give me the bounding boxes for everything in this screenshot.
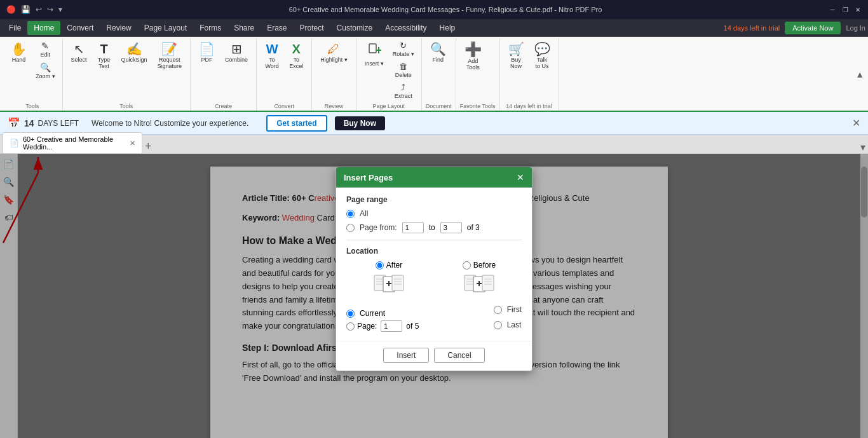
get-started-button[interactable]: Get started (266, 115, 327, 132)
pdf-button[interactable]: 📄 PDF (194, 39, 219, 66)
cancel-btn[interactable]: Cancel (434, 348, 484, 363)
menu-share[interactable]: Share (227, 21, 261, 35)
to-excel-button[interactable]: X ToExcel (285, 39, 308, 72)
current-first-last-section: Current Page: of 5 (346, 305, 522, 333)
convert-group-label: Convert (261, 101, 308, 109)
last-label[interactable]: Last (507, 320, 522, 329)
all-label[interactable]: All (360, 209, 368, 218)
ribbon: ✋ Hand ✎ Edit 🔍 Zoom ▾ Tools ↖ Select (0, 37, 868, 112)
customize-icon[interactable]: ▾ (57, 4, 64, 15)
page-from-input[interactable] (402, 222, 424, 233)
menu-bar: File Home Convert Review Page Layout For… (0, 19, 868, 37)
last-radio-row: Last (494, 320, 522, 329)
restore-btn[interactable]: ❐ (840, 4, 850, 15)
before-option: Before (437, 261, 522, 300)
title-bar-left-icons: 🔴 💾 ↩ ↪ ▾ (5, 4, 64, 15)
page-from-label[interactable]: Page from: (360, 223, 397, 232)
menu-review[interactable]: Review (100, 21, 137, 35)
menu-accessibility[interactable]: Accessibility (379, 21, 433, 35)
menu-protect[interactable]: Protect (294, 21, 330, 35)
close-notif-icon[interactable]: ✕ (852, 117, 860, 129)
insert-button[interactable]: Insert ▾ (360, 39, 388, 70)
current-radio[interactable] (346, 310, 355, 318)
menu-home[interactable]: Home (27, 21, 60, 35)
talk-to-us-button[interactable]: 💬 Talkto Us (530, 39, 555, 72)
insert-btn[interactable]: Insert (383, 348, 429, 363)
all-radio-row: All (346, 209, 522, 218)
after-label[interactable]: After (386, 261, 402, 270)
page-number-input[interactable] (381, 320, 402, 332)
menu-erase[interactable]: Erase (261, 21, 293, 35)
highlight-icon: 🖊 (327, 43, 340, 55)
undo-icon[interactable]: ↩ (34, 4, 43, 15)
menu-page-layout[interactable]: Page Layout (138, 21, 193, 35)
trial-bar: 14 days left in trial Activate Now Log I… (724, 22, 865, 34)
page-to-input[interactable] (440, 222, 462, 233)
talk-to-us-label: Talkto Us (536, 57, 549, 69)
ribbon-buttons-pagelayout: Insert ▾ ↻ Rotate ▾ 🗑 Delete ⤴ Extract (360, 39, 417, 101)
menu-customize[interactable]: Customize (330, 21, 379, 35)
add-tools-button[interactable]: ➕ AddTools (460, 39, 486, 74)
buy-now-ribbon-button[interactable]: 🛒 BuyNow (504, 39, 529, 72)
more-tabs-btn[interactable]: ▾ (860, 141, 865, 153)
highlight-button[interactable]: 🖊 Highlight ▾ (316, 39, 352, 66)
dialog-overlay: Insert Pages ✕ Page range All Page from:… (0, 154, 868, 438)
to-word-label: ToWord (265, 57, 278, 69)
before-label[interactable]: Before (473, 261, 496, 270)
rotate-button[interactable]: ↻ Rotate ▾ (390, 39, 417, 59)
to-excel-label: ToExcel (289, 57, 303, 69)
edit-tool-button[interactable]: ✎ Edit (32, 39, 58, 60)
combine-button[interactable]: ⊞ Combine (220, 39, 252, 66)
last-radio[interactable] (494, 321, 502, 329)
extract-icon: ⤴ (401, 83, 405, 92)
extract-button[interactable]: ⤴ Extract (390, 81, 417, 101)
quicksign-button[interactable]: ✍ QuickSign (117, 39, 152, 66)
document-tab[interactable]: 📄 60+ Creative and Memorable Weddin... ✕ (3, 132, 142, 153)
before-radio[interactable] (463, 261, 471, 270)
insert-pages-dialog: Insert Pages ✕ Page range All Page from:… (336, 167, 532, 371)
add-tab-btn[interactable]: + (145, 140, 152, 153)
minimize-btn[interactable]: ─ (827, 4, 837, 15)
close-btn[interactable]: ✕ (853, 4, 863, 15)
menu-file[interactable]: File (3, 21, 27, 35)
menu-help[interactable]: Help (433, 21, 462, 35)
menu-convert[interactable]: Convert (60, 21, 100, 35)
activate-now-button[interactable]: Activate Now (785, 22, 841, 34)
type-text-label: TypeText (98, 57, 111, 69)
page-from-radio[interactable] (346, 224, 355, 232)
location-grid: After (346, 261, 522, 300)
after-option: After (346, 261, 431, 300)
request-signature-button[interactable]: 📝 RequestSignature (153, 39, 187, 72)
delete-button[interactable]: 🗑 Delete (390, 60, 417, 80)
current-label[interactable]: Current (360, 309, 385, 318)
dialog-close-btn[interactable]: ✕ (517, 172, 524, 182)
hand-tool-button[interactable]: ✋ Hand (6, 39, 31, 66)
quicksign-icon: ✍ (126, 43, 142, 55)
login-link[interactable]: Log In (846, 24, 865, 32)
redo-icon[interactable]: ↪ (46, 4, 55, 15)
find-button[interactable]: 🔍 Find (426, 39, 451, 66)
zoom-tool-button[interactable]: 🔍 Zoom ▾ (32, 61, 58, 81)
first-radio[interactable] (494, 306, 502, 314)
first-label[interactable]: First (507, 305, 522, 314)
after-radio-row: After (376, 261, 402, 270)
ribbon-group-favoritetools: ➕ AddTools Favorite Tools (456, 38, 500, 111)
word-icon: W (266, 43, 278, 55)
menu-forms[interactable]: Forms (193, 21, 227, 35)
before-page-icon (463, 272, 496, 300)
to-word-button[interactable]: W ToWord (261, 39, 283, 72)
extract-label: Extract (395, 93, 412, 99)
type-text-button[interactable]: T TypeText (93, 39, 116, 72)
save-icon[interactable]: 💾 (20, 4, 32, 15)
ribbon-group-pagelayout: Insert ▾ ↻ Rotate ▾ 🗑 Delete ⤴ Extract P… (356, 38, 422, 111)
buy-now-notif-button[interactable]: Buy Now (335, 116, 385, 130)
zoom-icon: 🔍 (40, 63, 51, 72)
ribbon-group-document: 🔍 Find Document (422, 38, 456, 111)
ribbon-collapse-btn[interactable]: ▲ (854, 38, 865, 111)
tab-close-btn[interactable]: ✕ (130, 139, 135, 147)
all-radio[interactable] (346, 210, 355, 218)
page-radio[interactable] (346, 322, 355, 331)
svg-rect-0 (369, 44, 376, 53)
after-radio[interactable] (376, 261, 384, 270)
select-tool-button[interactable]: ↖ Select (67, 39, 92, 66)
